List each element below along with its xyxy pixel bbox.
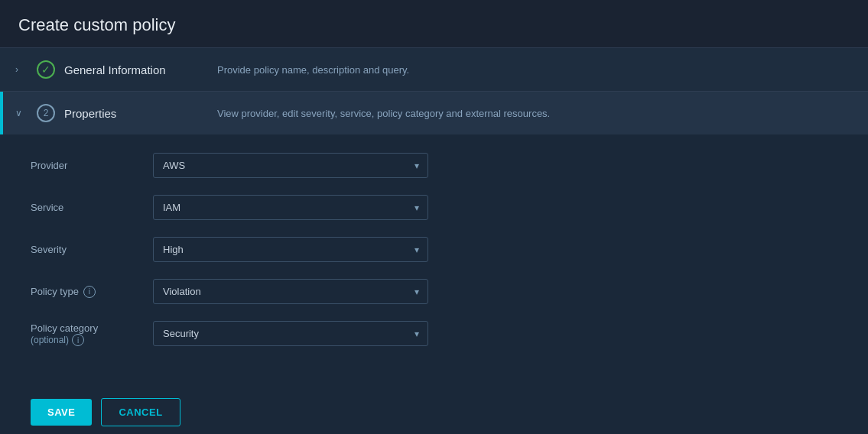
- provider-row: Provider AWS Azure GCP ▾: [31, 153, 837, 178]
- policy-type-row: Policy type i Violation Config ▾: [31, 279, 837, 304]
- general-info-section: › ✓ General Information Provide policy n…: [0, 47, 868, 91]
- page-title: Create custom policy: [0, 0, 868, 47]
- policy-category-info-icon[interactable]: i: [72, 334, 84, 346]
- properties-content: Provider AWS Azure GCP ▾ Service IAM S3 …: [0, 134, 868, 386]
- policy-type-label: Policy type: [31, 286, 79, 297]
- actions-bar: SAVE CANCEL: [0, 386, 868, 434]
- properties-title: Properties: [64, 107, 202, 120]
- general-info-header[interactable]: › ✓ General Information Provide policy n…: [0, 48, 868, 91]
- cancel-button[interactable]: CANCEL: [101, 398, 180, 426]
- service-select-wrapper: IAM S3 EC2 RDS ▾: [153, 195, 428, 220]
- severity-label: Severity: [31, 244, 153, 255]
- policy-type-info-icon[interactable]: i: [83, 286, 96, 298]
- service-select[interactable]: IAM S3 EC2 RDS: [153, 195, 428, 220]
- general-info-title: General Information: [64, 63, 202, 76]
- provider-select-wrapper: AWS Azure GCP ▾: [153, 153, 428, 178]
- policy-category-select-wrapper: Security Compliance Governance ▾: [153, 321, 428, 346]
- provider-label: Provider: [31, 160, 153, 171]
- severity-select[interactable]: Critical High Medium Low Informational: [153, 237, 428, 262]
- service-label: Service: [31, 202, 153, 213]
- save-button[interactable]: SAVE: [31, 399, 92, 426]
- policy-type-select-wrapper: Violation Config ▾: [153, 279, 428, 304]
- policy-type-label-group: Policy type i: [31, 286, 153, 298]
- policy-category-row: Policy category (optional) i Security Co…: [31, 321, 837, 346]
- chevron-down-icon: ∨: [15, 108, 28, 118]
- policy-category-label-group: Policy category (optional) i: [31, 321, 153, 346]
- policy-type-select[interactable]: Violation Config: [153, 279, 428, 304]
- properties-section: ∨ 2 Properties View provider, edit sever…: [0, 91, 868, 386]
- severity-row: Severity Critical High Medium Low Inform…: [31, 237, 837, 262]
- policy-category-select[interactable]: Security Compliance Governance: [153, 321, 428, 346]
- provider-select[interactable]: AWS Azure GCP: [153, 153, 428, 178]
- severity-select-wrapper: Critical High Medium Low Informational ▾: [153, 237, 428, 262]
- policy-category-label: Policy category: [31, 322, 98, 334]
- properties-header[interactable]: ∨ 2 Properties View provider, edit sever…: [0, 92, 868, 134]
- service-row: Service IAM S3 EC2 RDS ▾: [31, 195, 837, 220]
- policy-category-optional: (optional): [31, 335, 69, 345]
- properties-description: View provider, edit severity, service, p…: [217, 108, 550, 119]
- step-number: 2: [37, 104, 55, 122]
- general-info-description: Provide policy name, description and que…: [217, 64, 409, 76]
- check-icon: ✓: [37, 60, 55, 79]
- chevron-icon: ›: [15, 64, 28, 75]
